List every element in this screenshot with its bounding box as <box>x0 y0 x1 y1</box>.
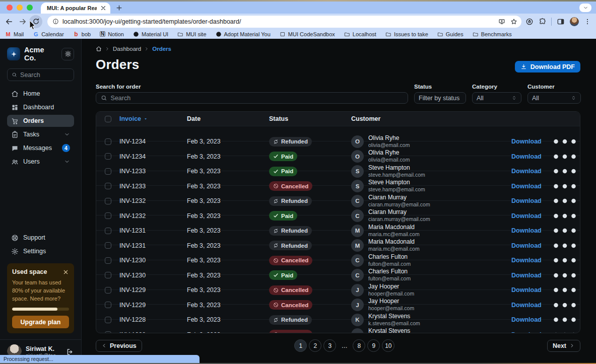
page-number-button[interactable]: 2 <box>309 339 321 352</box>
side-panel-icon[interactable] <box>557 18 565 26</box>
breadcrumb-dashboard[interactable]: Dashboard <box>113 46 141 52</box>
extensions-puzzle-icon[interactable] <box>539 18 546 25</box>
row-checkbox[interactable] <box>105 302 111 308</box>
row-download-link[interactable]: Download <box>511 153 542 160</box>
row-checkbox[interactable] <box>105 257 111 264</box>
bookmark-item[interactable]: b bob <box>73 31 91 37</box>
privacy-icon[interactable] <box>525 18 534 26</box>
sidebar-search-input[interactable] <box>20 71 70 79</box>
row-checkbox[interactable] <box>105 212 111 219</box>
address-action-icon[interactable] <box>510 18 517 25</box>
sidebar-nav-item[interactable]: Support <box>7 232 74 244</box>
forward-button[interactable] <box>18 17 27 26</box>
chevron-down-icon[interactable] <box>64 159 70 165</box>
tabstrip-chevron-button[interactable] <box>579 4 591 12</box>
row-download-link[interactable]: Download <box>511 272 542 279</box>
reload-button[interactable] <box>29 15 42 28</box>
page-number-button[interactable]: 3 <box>323 339 336 352</box>
invoice-cell: INV-1228 <box>119 316 187 323</box>
browser-menu-kebab-icon[interactable] <box>584 18 591 25</box>
status-filter-select[interactable]: Filter by status <box>414 92 466 104</box>
next-page-button[interactable]: Next <box>547 340 580 352</box>
select-all-checkbox[interactable] <box>105 116 111 122</box>
page-number-button[interactable]: 9 <box>367 339 380 352</box>
sidebar-nav-item[interactable]: Dashboard <box>7 101 74 113</box>
row-checkbox[interactable] <box>105 242 111 249</box>
back-button[interactable] <box>5 17 14 26</box>
page-number-button[interactable]: 1 <box>294 339 307 352</box>
bookmark-item[interactable]: MUI CodeSandbox <box>280 31 335 37</box>
sidebar-nav-item[interactable]: Settings <box>7 245 74 257</box>
page-number-button[interactable]: 10 <box>382 339 394 352</box>
column-header-invoice[interactable]: Invoice <box>119 115 187 122</box>
url-text[interactable]: localhost:3000/joy-ui/getting-started/te… <box>62 18 495 25</box>
sidebar-nav-item[interactable]: Home <box>7 88 74 100</box>
page-number-button[interactable]: … <box>338 339 351 352</box>
new-tab-button[interactable] <box>115 4 123 12</box>
order-search[interactable] <box>96 92 408 104</box>
home-icon[interactable] <box>96 46 102 52</box>
row-download-link[interactable]: Download <box>511 316 542 323</box>
row-download-link[interactable]: Download <box>511 168 542 175</box>
row-download-link[interactable]: Download <box>511 257 542 264</box>
row-download-link[interactable]: Download <box>511 242 542 249</box>
row-checkbox[interactable] <box>105 198 111 204</box>
search-icon <box>101 95 107 101</box>
chevron-down-icon[interactable] <box>64 131 70 137</box>
bookmark-item[interactable]: Issues to take <box>385 31 428 37</box>
close-window-button[interactable] <box>7 5 13 11</box>
bookmark-item[interactable]: G Calendar <box>33 31 64 37</box>
row-download-link[interactable]: Download <box>511 212 542 220</box>
download-pdf-button[interactable]: Download PDF <box>515 61 580 72</box>
row-checkbox[interactable] <box>105 331 111 333</box>
row-download-link[interactable]: Download <box>511 286 542 294</box>
bookmark-item[interactable]: MUI site <box>177 31 206 37</box>
row-download-link[interactable]: Download <box>511 183 542 190</box>
bookmark-item[interactable]: Adopt Material You <box>216 31 271 37</box>
bookmark-item[interactable]: Guides <box>437 31 463 37</box>
upgrade-plan-button[interactable]: Upgrade plan <box>12 316 69 328</box>
row-download-link[interactable]: Download <box>511 302 542 309</box>
row-checkbox[interactable] <box>105 138 111 145</box>
bookmark-item[interactable]: Localhost <box>344 31 376 37</box>
minimize-window-button[interactable] <box>17 5 23 11</box>
tab-close-icon[interactable] <box>100 5 107 12</box>
theme-toggle-button[interactable] <box>61 48 74 60</box>
status-icon <box>273 302 279 308</box>
address-bar[interactable]: localhost:3000/joy-ui/getting-started/te… <box>47 16 521 28</box>
sidebar-nav-item[interactable]: Tasks <box>7 128 74 140</box>
bookmark-item[interactable]: N Notion <box>100 31 124 37</box>
row-download-link[interactable]: Download <box>511 331 542 334</box>
row-menu-dots-icon[interactable] <box>550 320 580 334</box>
close-icon[interactable] <box>62 269 69 275</box>
breadcrumb-orders[interactable]: Orders <box>152 46 171 52</box>
category-filter-select[interactable]: All <box>472 92 521 104</box>
zoom-window-button[interactable] <box>27 5 33 11</box>
row-checkbox[interactable] <box>105 287 111 294</box>
row-checkbox[interactable] <box>105 183 111 189</box>
order-search-input[interactable] <box>111 95 403 102</box>
bookmark-item[interactable]: M Mail <box>5 31 24 37</box>
sidebar-nav-item[interactable]: Users <box>7 156 74 168</box>
previous-page-button[interactable]: Previous <box>96 340 142 352</box>
sidebar-nav-item[interactable]: Messages 4 <box>7 142 74 154</box>
page-number-button[interactable]: 8 <box>353 339 365 352</box>
site-info-icon[interactable] <box>52 18 59 25</box>
customer-filter-select[interactable]: All <box>527 92 581 104</box>
row-download-link[interactable]: Download <box>511 227 542 234</box>
sidebar-nav-item[interactable]: Orders <box>7 115 74 127</box>
row-download-link[interactable]: Download <box>511 197 542 204</box>
row-checkbox[interactable] <box>105 272 111 278</box>
category-filter-value: All <box>477 95 507 102</box>
bookmark-item[interactable]: Benchmarks <box>473 31 512 37</box>
row-checkbox[interactable] <box>105 153 111 160</box>
address-action-icon[interactable] <box>498 18 505 25</box>
bookmark-item[interactable]: Material UI <box>133 31 168 37</box>
row-checkbox[interactable] <box>105 317 111 323</box>
row-checkbox[interactable] <box>105 168 111 175</box>
row-download-link[interactable]: Download <box>511 138 542 145</box>
sidebar-search[interactable] <box>7 68 74 81</box>
browser-profile-avatar[interactable] <box>570 17 579 26</box>
row-checkbox[interactable] <box>105 228 111 234</box>
browser-tab[interactable]: MUI: A popular React UI fram <box>41 3 110 14</box>
